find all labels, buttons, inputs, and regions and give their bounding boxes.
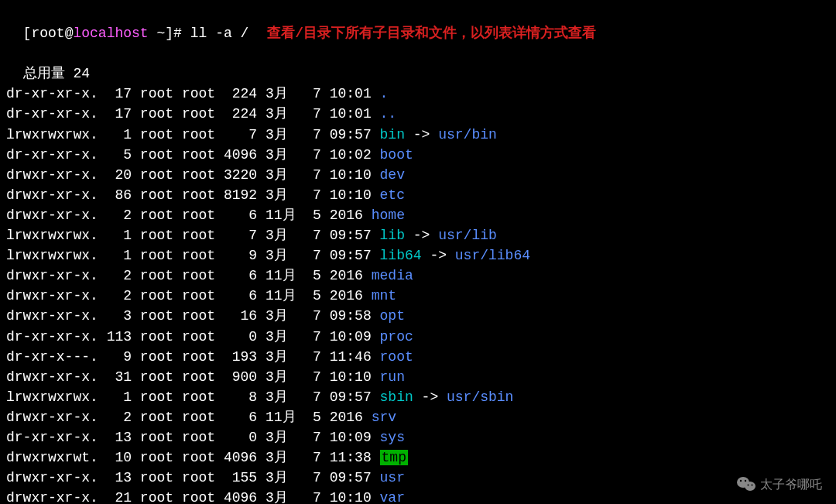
month: 3月 [266,308,296,324]
group: root [182,349,215,365]
prompt-at: @ [65,26,74,41]
owner: root [140,410,173,425]
size: 3220 [215,165,257,185]
link-count: 86 [98,185,132,205]
link-count: 13 [98,427,132,447]
link-count: 1 [98,225,132,245]
link-count: 1 [98,245,132,266]
month: 11月 [266,268,296,283]
list-item: drwxr-xr-x. 2 root root 6 11月 5 2016 srv [6,407,830,427]
file-name: boot [380,147,413,163]
file-name: srv [372,410,396,425]
group: root [182,167,215,183]
owner: root [140,389,173,405]
list-item: lrwxrwxrwx. 1 root root 8 3月 7 09:57 sbi… [6,387,830,407]
annotation-text: 查看/目录下所有子目录和文件，以列表详情方式查看 [267,26,596,41]
day: 7 [296,447,321,468]
link-count: 113 [98,327,132,347]
size: 6 [215,266,257,286]
list-item: drwxr-xr-x. 2 root root 6 11月 5 2016 hom… [6,205,830,225]
day: 7 [296,225,321,245]
prompt-path: ~ [156,26,165,41]
group: root [182,288,215,303]
month: 3月 [266,389,296,405]
group: root [182,308,215,324]
group: root [182,228,215,243]
month: 11月 [266,207,296,223]
prompt-host: localhost [73,26,148,41]
owner: root [140,349,173,365]
prompt-line-1[interactable]: [root@localhost ~]# ll -a /查看/目录下所有子目录和文… [6,3,830,43]
list-item: dr-xr-xr-x. 113 root root 0 3月 7 10:09 p… [6,327,830,347]
list-item: dr-xr-xr-x. 17 root root 224 3月 7 10:01 … [6,84,830,104]
month: 3月 [266,86,296,101]
size: 4096 [215,488,257,504]
list-item: drwxr-xr-x. 86 root root 8192 3月 7 10:10… [6,185,830,205]
permissions: dr-xr-xr-x. [6,106,98,122]
month: 3月 [266,490,296,504]
month: 11月 [266,410,296,425]
permissions: dr-xr-x---. [6,349,98,365]
month: 3月 [266,329,296,345]
owner: root [140,369,173,385]
size: 6 [215,286,257,306]
month: 3月 [266,228,296,243]
svg-point-3 [745,480,746,482]
link-count: 1 [98,387,132,407]
link-count: 17 [98,84,132,104]
size: 8192 [215,185,257,205]
link-count: 2 [98,266,132,286]
time: 10:01 [330,86,372,101]
group: root [182,410,215,425]
time: 09:57 [330,470,372,485]
symlink-arrow: -> [413,127,430,142]
owner: root [140,228,173,243]
day: 7 [296,468,321,488]
prompt-user: root [31,26,64,41]
size: 224 [215,84,257,104]
file-name: opt [380,308,405,324]
file-name: media [372,268,413,283]
bracket-open: [ [23,26,32,41]
permissions: drwxr-xr-x. [6,410,98,425]
file-name: usr [380,470,405,485]
prompt-hash: # [173,26,182,41]
day: 7 [296,165,321,185]
file-name: home [372,207,405,223]
size: 4096 [215,145,257,165]
day: 7 [296,488,321,504]
month: 11月 [266,288,296,303]
list-item: drwxr-xr-x. 13 root root 155 3月 7 09:57 … [6,468,830,488]
owner: root [140,167,173,183]
command-text: ll -a / [190,26,249,41]
size: 224 [215,104,257,124]
link-count: 2 [98,205,132,225]
file-name: etc [380,187,405,203]
group: root [182,369,215,385]
link-count: 20 [98,165,132,185]
day: 7 [296,347,321,367]
permissions: lrwxrwxrwx. [6,228,98,243]
day: 7 [296,245,321,266]
symlink-arrow: -> [413,228,430,243]
time: 09:57 [330,389,372,405]
file-name: .. [380,106,397,122]
file-listing: dr-xr-xr-x. 17 root root 224 3月 7 10:01 … [6,84,830,504]
file-name: bin [380,127,405,142]
permissions: drwxr-xr-x. [6,167,98,183]
list-item: drwxr-xr-x. 2 root root 6 11月 5 2016 mnt [6,286,830,306]
svg-point-5 [752,485,753,486]
time: 2016 [330,288,372,303]
list-item: drwxr-xr-x. 20 root root 3220 3月 7 10:10… [6,165,830,185]
total-label: 总用量 [23,66,65,81]
day: 7 [296,84,321,104]
time: 10:10 [330,167,372,183]
permissions: lrwxrwxrwx. [6,127,98,142]
time: 11:46 [330,349,372,365]
day: 7 [296,145,321,165]
group: root [182,147,215,163]
link-count: 21 [98,488,132,504]
file-name: tmp [380,450,408,465]
owner: root [140,490,173,504]
time: 10:01 [330,106,372,122]
